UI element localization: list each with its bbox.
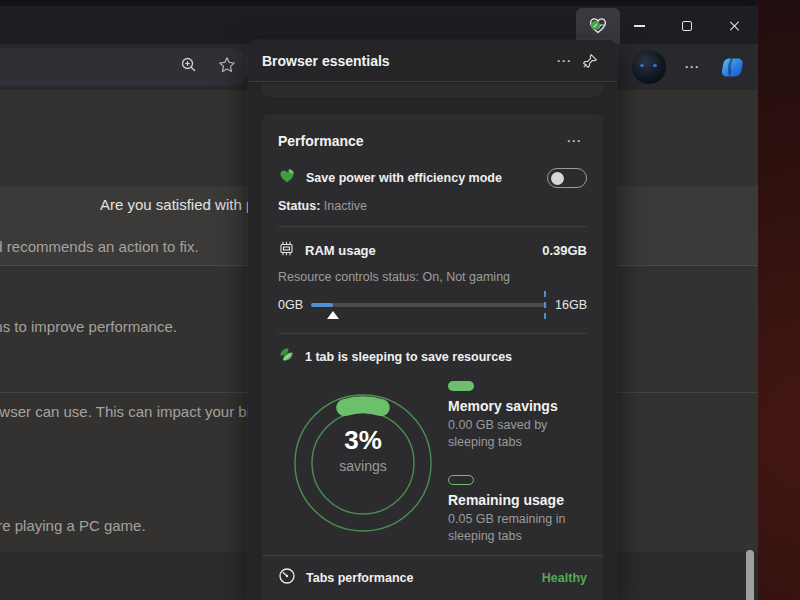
remaining-usage-title: Remaining usage — [448, 492, 587, 508]
minimize-icon — [634, 25, 645, 26]
resource-controls-status: Resource controls status: On, Not gaming — [278, 270, 587, 284]
remaining-usage-pill-icon — [448, 475, 474, 485]
page-text-fragment: u're playing a PC game. — [0, 517, 146, 534]
maximize-button[interactable] — [670, 12, 704, 40]
savings-label: savings — [278, 458, 448, 474]
page-text-fragment: rowser can use. This can impact your bro… — [0, 403, 271, 420]
ram-usage-value: 0.39GB — [542, 243, 587, 258]
status-value: Inactive — [320, 199, 367, 213]
panel-more-button[interactable]: ⋯ — [551, 48, 577, 74]
divider — [278, 333, 587, 334]
zoom-in-icon[interactable] — [180, 56, 198, 78]
ram-chip-icon — [278, 240, 295, 261]
performance-card: Performance ⋯ Save power with efficiency… — [262, 114, 603, 600]
page-heading-fragment: Are you satisfied with pe — [100, 196, 263, 213]
ram-usage-label: RAM usage — [305, 243, 532, 258]
slider-limit-dashed-line[interactable] — [544, 291, 546, 319]
slider-marker-triangle[interactable] — [327, 311, 339, 319]
minimize-button[interactable] — [622, 12, 656, 40]
memory-savings-desc: 0.00 GB saved by sleeping tabs — [448, 417, 573, 451]
memory-savings-title: Memory savings — [448, 398, 587, 414]
memory-savings-pill-icon — [448, 381, 474, 391]
close-button[interactable] — [718, 12, 752, 40]
savings-percent: 3% — [278, 425, 448, 456]
sleeping-tabs-message: 1 tab is sleeping to save resources — [305, 350, 512, 364]
savings-chart-row: 3% savings Memory savings 0.00 GB saved … — [278, 371, 587, 549]
settings-more-button[interactable]: ⋯ — [680, 50, 704, 84]
gauge-icon — [278, 567, 296, 589]
green-check-badge: ✓ — [591, 21, 600, 30]
favorites-star-icon[interactable] — [218, 56, 236, 78]
status-label: Status: — [278, 199, 320, 213]
more-icon: ⋯ — [566, 132, 582, 150]
savings-donut-chart: 3% savings — [278, 371, 448, 549]
browser-essentials-panel: Browser essentials ⋯ Performance ⋯ Save … — [248, 40, 617, 600]
toggle-knob — [551, 172, 564, 185]
more-icon: ⋯ — [684, 58, 700, 76]
address-bar[interactable] — [0, 48, 250, 86]
profile-avatar[interactable] — [632, 50, 666, 84]
tabs-performance-label: Tabs performance — [306, 571, 532, 585]
title-bar: ✓ — [0, 0, 758, 44]
heart-pulse-icon: ✓ — [588, 16, 608, 36]
page-text-fragment: nd recommends an action to fix. — [0, 238, 199, 255]
ram-slider[interactable]: 0GB 16GB — [278, 298, 587, 320]
panel-title: Browser essentials — [262, 53, 551, 69]
pin-icon — [582, 53, 598, 69]
efficiency-mode-label: Save power with efficiency mode — [306, 171, 537, 185]
divider — [278, 226, 587, 227]
tabs-performance-row[interactable]: Tabs performance Healthy — [278, 556, 587, 600]
slider-min-label: 0GB — [278, 298, 303, 312]
efficiency-mode-toggle[interactable] — [547, 168, 587, 188]
slider-track[interactable] — [311, 303, 547, 307]
slider-fill — [311, 303, 333, 307]
panel-header: Browser essentials ⋯ — [248, 40, 617, 82]
slider-max-label: 16GB — [555, 298, 587, 312]
page-text-fragment: ons to improve performance. — [0, 318, 177, 335]
remaining-usage-desc: 0.05 GB remaining in sleeping tabs — [448, 511, 573, 545]
efficiency-status: Status: Inactive — [278, 199, 587, 213]
browser-essentials-button[interactable]: ✓ — [576, 8, 620, 44]
performance-more-button[interactable]: ⋯ — [561, 128, 587, 154]
close-icon — [729, 20, 741, 32]
maximize-icon — [682, 21, 692, 31]
scrollbar-thumb[interactable] — [746, 550, 754, 600]
efficiency-heart-leaf-icon — [278, 167, 296, 189]
tabs-performance-status: Healthy — [542, 571, 587, 585]
leaf-icon — [278, 346, 295, 367]
performance-title: Performance — [278, 133, 364, 149]
pin-panel-button[interactable] — [577, 48, 603, 74]
scrolled-card-bottom — [262, 84, 603, 97]
copilot-icon[interactable] — [720, 54, 747, 81]
chart-legend: Memory savings 0.00 GB saved by sleeping… — [448, 371, 587, 549]
more-icon: ⋯ — [556, 52, 572, 70]
